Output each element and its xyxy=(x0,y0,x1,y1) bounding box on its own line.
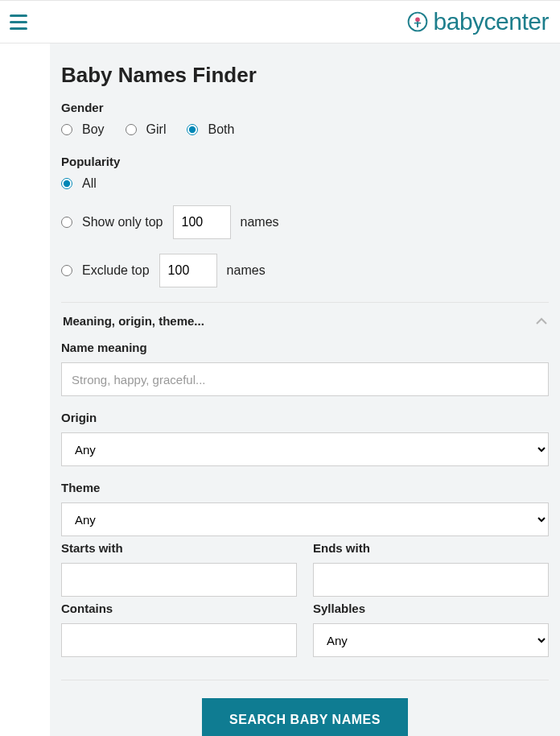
popularity-onlytop-option[interactable]: Show only top names xyxy=(61,205,549,239)
gender-boy-label: Boy xyxy=(82,122,105,137)
search-button[interactable]: SEARCH BABY NAMES xyxy=(202,698,408,736)
chevron-up-icon xyxy=(536,314,547,328)
gender-girl-label: Girl xyxy=(146,122,167,137)
contains-label: Contains xyxy=(61,602,297,615)
startswith-label: Starts with xyxy=(61,541,297,555)
origin-select[interactable]: Any xyxy=(61,432,549,466)
logo-mark-icon xyxy=(406,10,429,33)
gender-boy-radio[interactable] xyxy=(61,124,72,135)
popularity-onlytop-suffix: names xyxy=(241,215,279,229)
popularity-onlytop-prefix: Show only top xyxy=(82,215,163,229)
popularity-all-radio[interactable] xyxy=(61,178,72,189)
origin-label: Origin xyxy=(61,411,549,424)
contains-input[interactable] xyxy=(61,623,297,657)
brand-name: babycenter xyxy=(434,8,549,35)
brand-logo[interactable]: babycenter xyxy=(406,8,549,35)
popularity-exclude-prefix: Exclude top xyxy=(82,263,150,278)
gender-both-radio[interactable] xyxy=(187,124,198,135)
name-finder-form: Baby Names Finder Gender Boy Girl Both P… xyxy=(50,43,560,736)
meaning-label: Name meaning xyxy=(61,341,549,354)
popularity-exclude-option[interactable]: Exclude top names xyxy=(61,254,549,287)
gender-girl-option[interactable]: Girl xyxy=(126,122,167,137)
popularity-onlytop-radio[interactable] xyxy=(61,217,72,228)
section-divider xyxy=(61,680,549,680)
popularity-onlytop-input[interactable] xyxy=(173,205,231,239)
global-header: babycenter xyxy=(0,0,560,43)
gender-label: Gender xyxy=(61,101,549,114)
popularity-exclude-radio[interactable] xyxy=(61,265,72,276)
gender-both-label: Both xyxy=(208,122,234,137)
gender-both-option[interactable]: Both xyxy=(187,122,234,137)
endswith-label: Ends with xyxy=(313,541,549,555)
theme-select[interactable]: Any xyxy=(61,502,549,536)
advanced-panel: Name meaning Origin Any Theme Any Starts… xyxy=(61,341,549,657)
syllables-select[interactable]: Any xyxy=(313,623,549,657)
advanced-accordion-title: Meaning, origin, theme... xyxy=(63,314,204,328)
meaning-input[interactable] xyxy=(61,362,549,396)
page-title: Baby Names Finder xyxy=(61,63,549,88)
popularity-all-option[interactable]: All xyxy=(61,176,549,191)
gender-boy-option[interactable]: Boy xyxy=(61,122,105,137)
startswith-input[interactable] xyxy=(61,563,297,597)
popularity-radio-group: All Show only top names Exclude top name… xyxy=(61,176,549,287)
gender-girl-radio[interactable] xyxy=(126,124,137,135)
advanced-accordion-header[interactable]: Meaning, origin, theme... xyxy=(61,302,549,336)
syllables-label: Syllables xyxy=(313,602,549,615)
gender-radio-group: Boy Girl Both xyxy=(61,122,549,137)
popularity-exclude-input[interactable] xyxy=(159,254,217,287)
popularity-exclude-suffix: names xyxy=(227,263,266,278)
popularity-all-label: All xyxy=(82,176,97,191)
endswith-input[interactable] xyxy=(313,563,549,597)
theme-label: Theme xyxy=(61,481,549,494)
popularity-label: Popularity xyxy=(61,155,549,168)
hamburger-menu-icon[interactable] xyxy=(6,10,29,33)
